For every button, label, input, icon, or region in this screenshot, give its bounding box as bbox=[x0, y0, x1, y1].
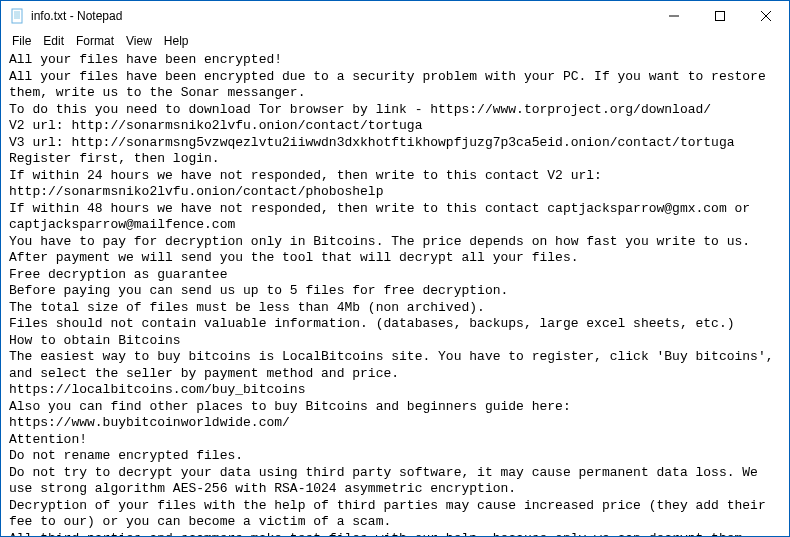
window-title: info.txt - Notepad bbox=[31, 9, 651, 23]
maximize-button[interactable] bbox=[697, 1, 743, 31]
close-button[interactable] bbox=[743, 1, 789, 31]
text-area[interactable]: All your files have been encrypted! All … bbox=[1, 50, 789, 536]
svg-rect-6 bbox=[716, 12, 725, 21]
notepad-window: info.txt - Notepad File Edit Format View… bbox=[0, 0, 790, 537]
menu-file[interactable]: File bbox=[7, 33, 36, 49]
text-content: All your files have been encrypted! All … bbox=[9, 52, 781, 536]
menu-view[interactable]: View bbox=[121, 33, 157, 49]
menu-edit[interactable]: Edit bbox=[38, 33, 69, 49]
minimize-button[interactable] bbox=[651, 1, 697, 31]
menu-help[interactable]: Help bbox=[159, 33, 194, 49]
notepad-icon bbox=[9, 8, 25, 24]
menu-format[interactable]: Format bbox=[71, 33, 119, 49]
titlebar[interactable]: info.txt - Notepad bbox=[1, 1, 789, 31]
window-controls bbox=[651, 1, 789, 31]
menubar: File Edit Format View Help bbox=[1, 31, 789, 50]
